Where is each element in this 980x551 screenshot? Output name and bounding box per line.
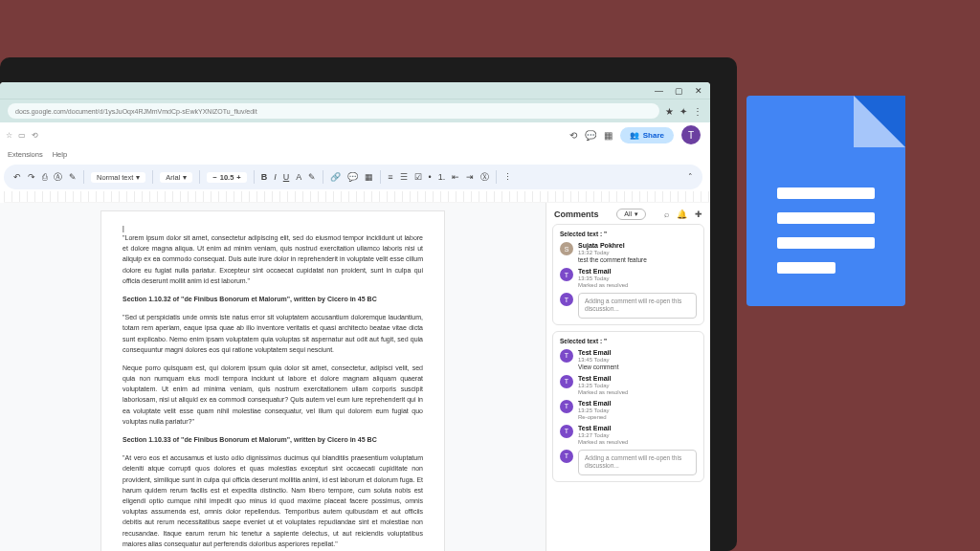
checklist-icon[interactable]: ☑ <box>414 172 422 182</box>
avatar[interactable]: T <box>681 125 701 144</box>
doc-paragraph: "Lorem ipsum dolor sit amet, consectetur… <box>122 232 423 286</box>
bullet-list-icon[interactable]: • <box>429 172 432 182</box>
bell-icon[interactable]: 🔔 <box>677 209 687 219</box>
doc-heading: Section 1.10.32 of "de Finibus Bonorum e… <box>122 294 423 304</box>
screen: — ▢ ✕ docs.google.com/document/d/1ysJuOq… <box>0 82 710 551</box>
comment-entry: SSujata Pokhrel13:32 Todaytest the comme… <box>560 242 697 263</box>
insert-image-icon[interactable]: ▦ <box>365 172 373 182</box>
comment-status: Marked as resolved <box>578 282 697 288</box>
reply-input[interactable]: Adding a comment will re-open this discu… <box>578 293 697 319</box>
ruler[interactable] <box>4 191 710 203</box>
move-icon[interactable]: ▭ <box>18 131 26 140</box>
italic-icon[interactable]: I <box>274 172 277 182</box>
menu-bar: Extensions Help <box>0 147 710 161</box>
comment-thread[interactable]: Selected text : "SSujata Pokhrel13:32 To… <box>552 224 704 325</box>
style-select[interactable]: Normal text▾ <box>91 172 145 183</box>
more-icon[interactable]: ⋮ <box>503 172 512 182</box>
star-icon[interactable]: ☆ <box>6 131 12 140</box>
undo-icon[interactable]: ↶ <box>13 172 21 182</box>
comment-time: 13:27 Today <box>578 432 697 438</box>
comment-time: 13:25 Today <box>578 383 697 388</box>
overflow-icon[interactable]: ⋮ <box>693 106 702 117</box>
chevron-down-icon: ▾ <box>183 173 187 182</box>
comment-icon[interactable]: 💬 <box>585 130 596 141</box>
close-icon[interactable]: ✕ <box>695 86 702 96</box>
menu-help[interactable]: Help <box>53 150 67 159</box>
maximize-icon[interactable]: ▢ <box>675 86 683 96</box>
comment-avatar: T <box>560 425 573 438</box>
underline-icon[interactable]: U <box>283 172 290 182</box>
search-icon[interactable]: ⌕ <box>664 209 669 219</box>
comment-author: Test Email <box>578 375 697 382</box>
window-titlebar: — ▢ ✕ <box>0 82 710 99</box>
comment-author: Test Email <box>578 349 697 356</box>
workspace: "Lorem ipsum dolor sit amet, consectetur… <box>0 203 710 551</box>
comment-avatar: T <box>560 268 573 281</box>
comment-author: Test Email <box>578 400 697 407</box>
print-icon[interactable]: ⎙ <box>42 172 47 182</box>
share-label: Share <box>643 131 664 140</box>
google-docs-logo <box>746 96 905 306</box>
doc-paragraph: "At vero eos et accusamus et iusto odio … <box>122 452 423 549</box>
numbered-list-icon[interactable]: 1. <box>438 172 446 182</box>
thread-selected-text: Selected text : " <box>560 338 697 344</box>
line-spacing-icon[interactable]: ☰ <box>400 172 408 182</box>
comment-author: Sujata Pokhrel <box>578 242 697 249</box>
paint-format-icon[interactable]: ✎ <box>69 172 77 182</box>
chevron-down-icon: ▾ <box>635 210 638 218</box>
meet-icon[interactable]: ▦ <box>604 130 612 141</box>
comment-time: 13:45 Today <box>578 357 697 363</box>
menu-extensions[interactable]: Extensions <box>8 150 43 159</box>
share-button[interactable]: 👥 Share <box>620 127 674 143</box>
history-icon[interactable]: ⟲ <box>569 130 577 141</box>
comment-avatar: T <box>560 293 573 306</box>
clear-format-icon[interactable]: Ⓧ <box>480 171 489 184</box>
comment-entry: TTest Email13:25 TodayMarked as resolved <box>560 375 697 395</box>
reply-input[interactable]: Adding a comment will re-open this discu… <box>578 450 697 475</box>
comment-avatar: T <box>560 400 573 413</box>
increase-indent-icon[interactable]: ⇥ <box>466 172 474 182</box>
comment-text: View comment <box>578 364 697 370</box>
font-size-input[interactable]: −10.5+ <box>207 172 246 183</box>
new-comment-icon[interactable]: ✚ <box>695 209 702 219</box>
cursor-line <box>122 225 423 232</box>
reply-row: TAdding a comment will re-open this disc… <box>560 450 697 475</box>
highlight-icon[interactable]: ✎ <box>308 172 316 182</box>
redo-icon[interactable]: ↷ <box>28 172 35 182</box>
doc-paragraph: Neque porro quisquam est, qui dolorem ip… <box>122 363 423 427</box>
comment-time: 13:32 Today <box>578 250 697 255</box>
comment-time: 13:35 Today <box>578 276 697 281</box>
chevron-down-icon: ▾ <box>136 173 140 182</box>
comments-filter[interactable]: All▾ <box>616 209 646 220</box>
comment-time: 13:25 Today <box>578 408 697 413</box>
extension-icon[interactable]: ★ <box>665 106 674 117</box>
puzzle-icon[interactable]: ✦ <box>679 106 687 117</box>
comment-status: Marked as resolved <box>578 389 697 395</box>
comment-entry: TTest Email13:35 TodayMarked as resolved <box>560 268 697 288</box>
link-icon[interactable]: 🔗 <box>330 172 341 182</box>
minimize-icon[interactable]: — <box>655 86 663 96</box>
cloud-icon[interactable]: ⟲ <box>32 131 38 140</box>
font-select[interactable]: Arial▾ <box>160 172 192 183</box>
bold-icon[interactable]: B <box>261 172 268 182</box>
comment-avatar: T <box>560 375 573 388</box>
format-toolbar: ↶ ↷ ⎙ Ⓐ ✎ Normal text▾ Arial▾ −10.5+ B I… <box>4 165 702 189</box>
comment-entry: TTest Email13:45 TodayView comment <box>560 349 697 370</box>
spellcheck-icon[interactable]: Ⓐ <box>54 171 62 184</box>
reply-row: TAdding a comment will re-open this disc… <box>560 293 697 319</box>
text-color-icon[interactable]: A <box>296 172 301 182</box>
comments-body: Selected text : "SSujata Pokhrel13:32 To… <box>546 224 710 551</box>
url-input[interactable]: docs.google.com/document/d/1ysJuOqx4RJMm… <box>8 103 659 119</box>
add-comment-icon[interactable]: 💬 <box>347 172 358 182</box>
lock-icon: 👥 <box>630 131 639 140</box>
page-area[interactable]: "Lorem ipsum dolor sit amet, consectetur… <box>0 203 546 551</box>
comment-author: Test Email <box>578 268 697 275</box>
document-page[interactable]: "Lorem ipsum dolor sit amet, consectetur… <box>100 210 445 551</box>
comment-status: Re-opened <box>578 414 697 420</box>
decrease-indent-icon[interactable]: ⇤ <box>452 172 459 182</box>
doc-heading: Section 1.10.33 of "de Finibus Bonorum e… <box>122 434 423 445</box>
thread-selected-text: Selected text : " <box>560 231 697 237</box>
comment-thread[interactable]: Selected text : "TTest Email13:45 TodayV… <box>552 331 704 482</box>
collapse-toolbar-icon[interactable]: ˄ <box>688 172 693 182</box>
align-icon[interactable]: ≡ <box>388 172 392 182</box>
